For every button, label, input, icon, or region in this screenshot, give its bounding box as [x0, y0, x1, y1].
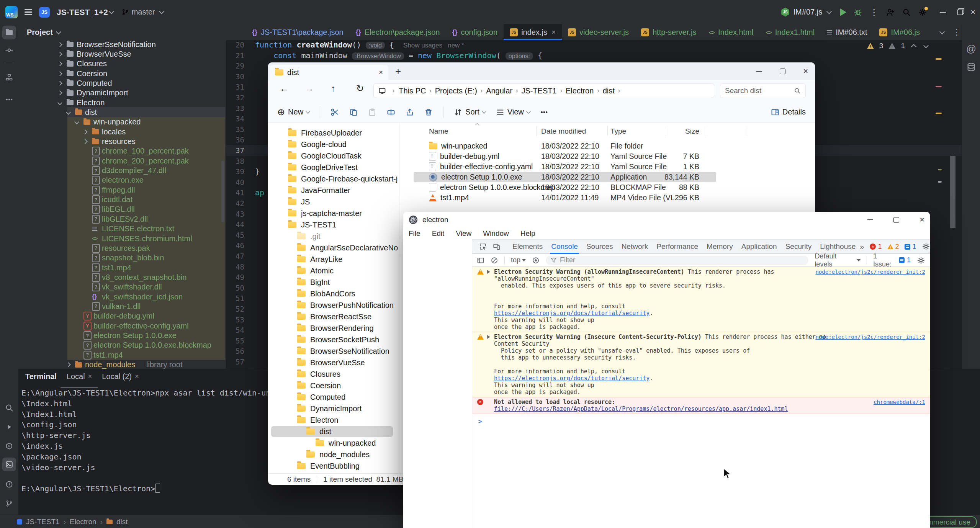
- devtools-tab-performance[interactable]: Performance: [652, 240, 702, 254]
- hyperlink[interactable]: https://electronjs.org/docs/tutorial/sec…: [494, 310, 650, 317]
- clear-console-icon[interactable]: [491, 257, 498, 264]
- issues-counter[interactable]: 1 Issue: 1: [873, 252, 911, 268]
- address-bar[interactable]: › This PC›Projects (E:)›Angular›JS-TEST1…: [373, 83, 714, 98]
- chevron-down-icon[interactable]: [66, 110, 71, 115]
- gutter-line-number[interactable]: 52: [226, 304, 244, 314]
- terminal-tab-local[interactable]: Local×: [67, 372, 92, 381]
- settings-gear-icon[interactable]: [918, 8, 927, 16]
- chevron-right-icon[interactable]: [57, 61, 62, 66]
- explorer-nav-item[interactable]: win-unpacked: [316, 437, 376, 449]
- editor-tab[interactable]: <>Index.html: [702, 24, 759, 40]
- cut-button[interactable]: [330, 108, 339, 116]
- project-tree-item[interactable]: ?chrome_200_percent.pak: [18, 156, 226, 166]
- database-icon[interactable]: [967, 62, 976, 72]
- project-tool-icon[interactable]: [2, 26, 16, 39]
- close-button[interactable]: ×: [919, 216, 924, 224]
- project-tree-item[interactable]: <>LICENSES.chromium.html: [18, 234, 226, 244]
- gutter-line-number[interactable]: 33: [226, 103, 244, 114]
- log-level-selector[interactable]: Default levels: [815, 252, 861, 268]
- file-row[interactable]: electron Setup 1.0.0.exe18/03/2022 22:10…: [400, 172, 815, 182]
- paste-button[interactable]: [368, 108, 376, 116]
- maximize-button[interactable]: [893, 217, 899, 223]
- menu-edit[interactable]: Edit: [432, 229, 445, 238]
- explorer-nav-item[interactable]: JS-TEST1: [288, 219, 336, 230]
- editor-scrollbar[interactable]: [950, 151, 955, 228]
- explorer-nav-item[interactable]: dist: [306, 426, 331, 437]
- inspections-widget[interactable]: ! 3 ! 1: [867, 42, 929, 50]
- column-divider[interactable]: [747, 126, 747, 136]
- file-row[interactable]: win-unpacked18/03/2022 22:10File folder: [400, 141, 815, 151]
- gutter-line-number[interactable]: 45: [226, 230, 244, 240]
- project-tree-item[interactable]: Electron: [18, 98, 226, 108]
- gutter-line-number[interactable]: 54: [226, 325, 244, 335]
- editor-tab[interactable]: JSvideo-server.js: [562, 24, 635, 40]
- create-live-expression-icon[interactable]: [532, 257, 540, 264]
- gutter-line-number[interactable]: 29: [226, 60, 244, 71]
- close-button[interactable]: ×: [970, 8, 975, 16]
- explorer-nav-item[interactable]: ArrayLike: [297, 253, 342, 265]
- devtools-tab-security[interactable]: Security: [781, 240, 816, 254]
- gutter-line-number[interactable]: 41: [226, 187, 244, 198]
- breadcrumb-item[interactable]: This PC: [399, 87, 426, 95]
- more-actions-icon[interactable]: ⋮: [869, 7, 879, 18]
- gutter-line-number[interactable]: 20: [226, 40, 244, 50]
- minimize-button[interactable]: [940, 12, 946, 13]
- inspect-element-icon[interactable]: [479, 243, 487, 250]
- debug-button[interactable]: [854, 8, 862, 16]
- restore-button[interactable]: [957, 10, 963, 15]
- devtools-tab-memory[interactable]: Memory: [702, 240, 737, 254]
- source-link[interactable]: chromewebdata/:1: [874, 399, 925, 405]
- gutter-line-number[interactable]: 38: [226, 156, 244, 167]
- commit-tool-icon[interactable]: [5, 46, 13, 54]
- git-tool-icon[interactable]: [6, 500, 13, 507]
- chevron-right-icon[interactable]: [57, 71, 62, 76]
- copy-button[interactable]: [349, 108, 358, 116]
- gutter-line-number[interactable]: 32: [226, 92, 244, 103]
- project-tree-item[interactable]: ?electron Setup 1.0.0.exe.blockmap: [18, 340, 226, 350]
- back-button[interactable]: ←: [280, 83, 289, 94]
- project-tree-item[interactable]: resources: [18, 137, 226, 147]
- scrollbar-warning-marker[interactable]: [936, 113, 942, 114]
- column-header[interactable]: Size: [685, 127, 699, 136]
- project-tree-item[interactable]: ?icudtl.dat: [18, 195, 226, 205]
- gutter-line-number[interactable]: 56: [226, 346, 244, 356]
- file-row[interactable]: tst1.mp414/01/2022 11:49MP4 Video File (…: [400, 193, 815, 203]
- details-button[interactable]: Details: [771, 108, 806, 116]
- project-tree-item[interactable]: ?tst1.mp4: [18, 350, 226, 360]
- sort-button[interactable]: Sort: [454, 108, 486, 116]
- console-sidebar-icon[interactable]: [477, 257, 484, 264]
- breadcrumb-item[interactable]: JS-TEST1: [521, 87, 556, 95]
- column-divider[interactable]: [705, 126, 705, 136]
- branch-switcher[interactable]: master: [122, 8, 165, 16]
- gutter-line-number[interactable]: 51: [226, 293, 244, 304]
- file-row[interactable]: builder-debug.yml18/03/2022 22:10Yaml So…: [400, 151, 815, 162]
- share-button[interactable]: [406, 108, 414, 116]
- scrollbar-warning-marker[interactable]: [936, 58, 942, 60]
- project-tree-item[interactable]: ?chrome_100_percent.pak: [18, 146, 226, 156]
- close-icon[interactable]: ×: [88, 373, 92, 381]
- editor-tab[interactable]: JSindex.js×: [504, 24, 562, 40]
- minimize-button[interactable]: [867, 219, 873, 220]
- gutter-line-number[interactable]: 39: [226, 166, 244, 177]
- ai-assistant-icon[interactable]: @: [966, 43, 976, 55]
- explorer-nav-item[interactable]: BrowserRendering: [297, 322, 374, 334]
- explorer-nav-item[interactable]: BrowserSocketPush: [297, 334, 379, 345]
- devtools-tab-application[interactable]: Application: [737, 240, 781, 254]
- run-button[interactable]: [840, 8, 846, 16]
- terminal-cursor[interactable]: [155, 484, 160, 493]
- more-options-button[interactable]: [540, 108, 548, 116]
- console-message[interactable]: !node:electron/js2c/renderer_init:2Elect…: [472, 332, 930, 397]
- explorer-nav-item[interactable]: Coersion: [297, 380, 341, 391]
- project-tree-item[interactable]: Ybuilder-debug.yml: [18, 311, 226, 321]
- device-toolbar-icon[interactable]: [493, 243, 501, 250]
- scrollbar-thumb[interactable]: [221, 161, 224, 222]
- explorer-nav-item[interactable]: BrowserReactSse: [297, 311, 371, 322]
- scrollbar-marker[interactable]: [938, 181, 942, 183]
- explorer-nav-item[interactable]: .git: [297, 230, 321, 242]
- project-tree-item[interactable]: ?snapshot_blob.bin: [18, 253, 226, 263]
- explorer-nav-item[interactable]: Closures: [297, 368, 340, 380]
- scrollbar-marker[interactable]: [938, 169, 942, 170]
- terminal-tab-local-2[interactable]: Local (2)×: [102, 372, 139, 381]
- explorer-tab[interactable]: dist ×: [270, 65, 388, 80]
- console-message[interactable]: ×chromewebdata/:1Not allowed to load loc…: [472, 397, 930, 414]
